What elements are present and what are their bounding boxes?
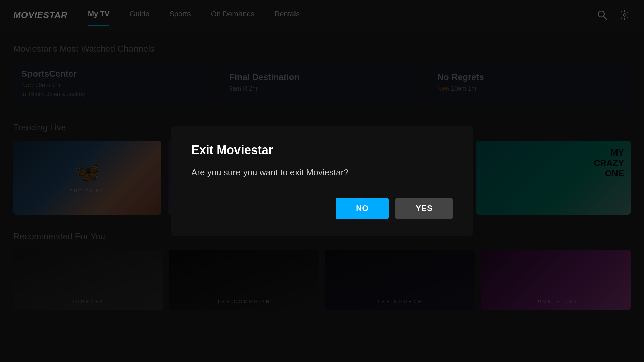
modal-overlay: Exit Moviestar Are you sure you want to … xyxy=(0,0,644,362)
yes-button[interactable]: YES xyxy=(395,198,453,219)
modal-body: Are you sure you want to exit Moviestar? xyxy=(191,167,453,178)
no-button[interactable]: NO xyxy=(336,198,389,219)
modal-title: Exit Moviestar xyxy=(191,143,453,157)
modal-buttons: NO YES xyxy=(191,198,453,219)
exit-modal: Exit Moviestar Are you sure you want to … xyxy=(171,126,473,236)
